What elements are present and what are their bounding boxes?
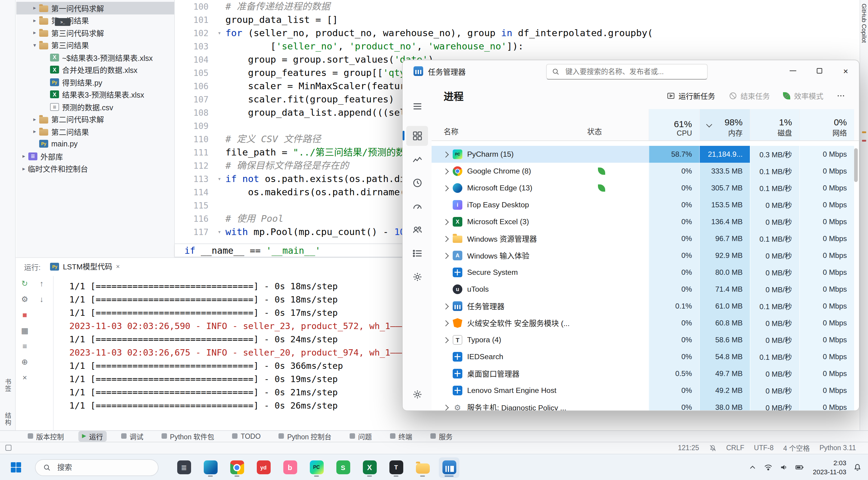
tree-item[interactable]: ▸第二问代码求解 — [16, 113, 174, 125]
expand-chevron-icon[interactable] — [443, 151, 449, 157]
expand-chevron-icon[interactable] — [443, 404, 449, 410]
nav-processes[interactable] — [406, 126, 428, 146]
expand-chevron-icon[interactable] — [443, 337, 449, 343]
taskbar-app-chrome[interactable] — [227, 457, 247, 478]
scrollbar-thumb[interactable] — [854, 148, 858, 182]
table-row[interactable]: Typora (4)0%58.6 MB0 MB/秒0 Mbps — [432, 331, 859, 348]
tree-item[interactable]: ▸第三问代码求解 — [16, 27, 174, 39]
taskbar-app-bilibili[interactable] — [280, 457, 300, 478]
rerun-icon[interactable]: ↻ — [19, 279, 30, 289]
minimize-button[interactable] — [779, 60, 806, 82]
notification-bell-icon[interactable] — [853, 463, 862, 472]
github-copilot-toolwindow-label[interactable]: GitHub Copilot — [861, 4, 867, 43]
tree-item[interactable]: ▸第二问结果 — [16, 125, 174, 138]
table-row[interactable]: Windows 资源管理器0%96.7 MB0.1 MB/秒0 Mbps — [432, 230, 859, 247]
status-item[interactable]: 4 个空格 — [783, 443, 810, 453]
pin-icon[interactable]: ⊕ — [19, 357, 30, 367]
scrollbar-error-mark[interactable] — [862, 140, 866, 141]
toolwindow-stripe-label[interactable]: 书签 — [4, 379, 13, 392]
efficiency-mode-button[interactable]: 效率模式 — [778, 87, 829, 105]
settings-icon[interactable]: ⚙ — [19, 294, 30, 304]
nav-startup-apps[interactable] — [406, 196, 428, 216]
taskbar-app-pycharm[interactable] — [306, 457, 327, 478]
table-row[interactable]: Microsoft Excel (3)0%136.4 MB0 MB/秒0 Mbp… — [432, 213, 859, 230]
taskbar-app-green-s[interactable] — [333, 457, 353, 478]
column-status-header[interactable]: 状态 — [582, 126, 649, 140]
nav-menu-button[interactable] — [406, 96, 428, 116]
tree-item[interactable]: ▸第一问结果 — [16, 14, 174, 27]
run-new-task-button[interactable]: 运行新任务 — [661, 87, 721, 105]
table-row[interactable]: uTools0%71.4 MB0 MB/秒0 Mbps — [432, 281, 859, 298]
more-options-button[interactable] — [831, 88, 850, 104]
toolwindow-button[interactable]: 问题 — [346, 430, 375, 441]
table-row[interactable]: 任务管理器0.1%61.0 MB0.1 MB/秒0 Mbps — [432, 298, 859, 315]
toolwindow-button[interactable]: ▶运行 — [79, 430, 107, 441]
tree-item[interactable]: 得到结果.py — [16, 76, 174, 88]
tree-item[interactable]: ▸外部库 — [16, 150, 174, 162]
expand-chevron-icon[interactable] — [443, 219, 449, 225]
down-icon[interactable]: ↓ — [36, 294, 47, 304]
taskbar-search[interactable] — [35, 459, 158, 476]
end-task-button[interactable]: 结束任务 — [723, 87, 775, 105]
column-memory-header[interactable]: 98% 内存 — [699, 109, 750, 140]
lines-icon[interactable]: ≡ — [19, 341, 30, 351]
taskbar-app-edge[interactable] — [200, 457, 221, 478]
toolwindow-button[interactable]: Python 控制台 — [275, 430, 335, 441]
toolwindow-button[interactable]: TODO — [229, 432, 264, 440]
scrollbar-warning-mark[interactable] — [862, 131, 866, 133]
tree-item[interactable]: ▸临时文件和控制台 — [16, 162, 174, 175]
tree-item[interactable]: main.py — [16, 138, 174, 150]
taskbar-app-youdao[interactable] — [253, 457, 274, 478]
toolwindow-stripe-label[interactable]: 结构 — [4, 412, 13, 426]
tree-item[interactable]: 合并处理后的数据.xlsx — [16, 64, 174, 76]
taskbar-app-excel[interactable] — [359, 457, 380, 478]
expand-chevron-icon[interactable] — [443, 253, 449, 259]
taskbar-clock[interactable]: 2:03 2023-11-03 — [813, 458, 846, 476]
table-row[interactable]: Google Chrome (8)0%333.5 MB0.1 MB/秒0 Mbp… — [432, 163, 859, 180]
start-button[interactable] — [11, 462, 21, 472]
table-row[interactable]: IEDSearch0%54.8 MB0.1 MB/秒0 Mbps — [432, 348, 859, 365]
status-item[interactable]: Python 3.11 — [819, 444, 856, 451]
taskbar-app-typora[interactable] — [386, 457, 406, 478]
expand-chevron-icon[interactable] — [443, 185, 449, 191]
trash-icon[interactable]: × — [19, 373, 30, 383]
table-row[interactable]: Secure System0%80.0 MB0 MB/秒0 Mbps — [432, 264, 859, 281]
nav-performance[interactable] — [406, 150, 428, 169]
tree-item[interactable]: ~$结果表3-预测结果表.xlsx — [16, 51, 174, 64]
nav-settings[interactable] — [406, 384, 428, 404]
tree-item[interactable]: 结果表3-预测结果表.xlsx — [16, 88, 174, 101]
status-item[interactable]: CRLF — [726, 444, 744, 451]
tray-chevron-up-icon[interactable] — [748, 463, 757, 472]
taskbar-search-input[interactable] — [56, 462, 151, 472]
table-row[interactable]: 服务主机: Diagnostic Policy ...0%38.0 MB0 MB… — [432, 399, 859, 410]
run-tab-lstm[interactable]: LSTM模型代码 × — [47, 259, 124, 274]
table-row[interactable]: PyCharm (15)58.7%21,184.9...0.3 MB/秒0 Mb… — [432, 146, 859, 163]
expand-chevron-icon[interactable] — [443, 168, 449, 174]
taskbar-app-task-manager[interactable] — [439, 457, 459, 478]
task-manager-search[interactable] — [546, 64, 708, 79]
taskbar-app-dark-app[interactable] — [174, 457, 194, 478]
volume-icon[interactable] — [779, 463, 788, 472]
nav-app-history[interactable] — [406, 173, 428, 193]
expand-chevron-icon[interactable] — [443, 236, 449, 242]
grid-icon[interactable]: ▦ — [19, 325, 30, 336]
column-disk-header[interactable]: 1% 磁盘 — [750, 109, 799, 140]
toolwindow-button[interactable]: 版本控制 — [24, 430, 67, 441]
battery-icon[interactable] — [795, 463, 804, 472]
table-row[interactable]: Microsoft Edge (13)0%305.7 MB0.1 MB/秒0 M… — [432, 180, 859, 196]
wifi-icon[interactable] — [764, 463, 772, 472]
table-row[interactable]: iTop Easy Desktop0%153.5 MB0 MB/秒0 Mbps — [432, 196, 859, 213]
tree-item[interactable]: ▾第三问结果 — [16, 39, 174, 51]
stop-icon[interactable]: ■ — [19, 310, 30, 320]
expand-chevron-icon[interactable] — [443, 320, 449, 326]
task-manager-titlebar[interactable]: 任务管理器 × — [403, 60, 859, 82]
nav-details[interactable] — [406, 244, 428, 263]
toolwindow-button[interactable]: 调试 — [118, 430, 147, 441]
notifications-muted-icon[interactable] — [709, 444, 717, 452]
toolwindow-button[interactable]: 终端 — [386, 430, 416, 441]
column-cpu-header[interactable]: 61% CPU — [649, 109, 699, 140]
table-row[interactable]: 桌面窗口管理器0.5%49.7 MB0 MB/秒0 Mbps — [432, 365, 859, 382]
up-icon[interactable]: ↑ — [36, 279, 47, 289]
table-row[interactable]: Windows 输入体验0%92.9 MB0 MB/秒0 Mbps — [432, 247, 859, 264]
nav-services[interactable] — [406, 267, 428, 287]
